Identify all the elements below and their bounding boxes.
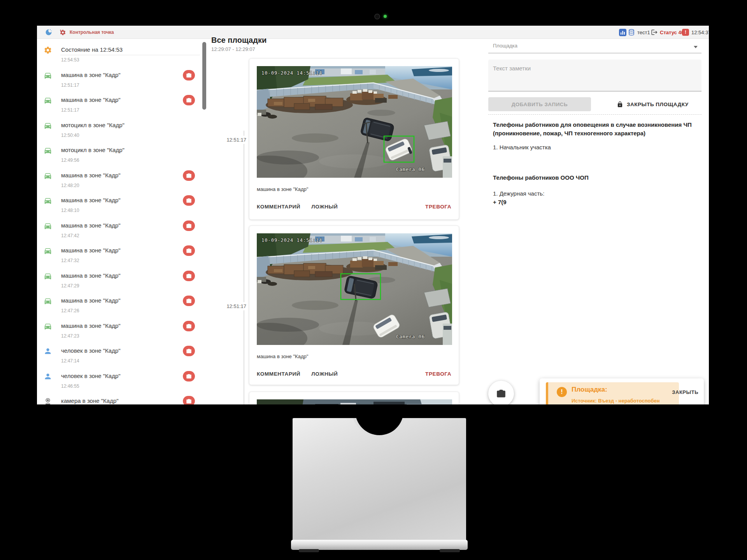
event-item[interactable]: человек в зоне "Кадр" 12:47:14 xyxy=(37,344,202,369)
event-item[interactable]: машина в зоне "Кадр" 12:47:32 xyxy=(37,244,202,269)
event-item[interactable]: человек в зоне "Кадр" 12:46:55 xyxy=(37,369,202,395)
comment-button[interactable]: КОММЕНТАРИЙ xyxy=(257,371,300,377)
site-select-label: Площадка xyxy=(493,43,517,49)
car-icon xyxy=(44,196,52,205)
scrollbar-thumb[interactable] xyxy=(202,42,206,110)
camera-snapshot[interactable] xyxy=(257,399,452,404)
warning-toast: ! Площадка: Источник: Въезд - неработосп… xyxy=(540,378,704,404)
event-title: Состояние на 12:54:53 xyxy=(61,46,123,53)
event-title: машина в зоне "Кадр" xyxy=(61,197,121,203)
lock-icon xyxy=(617,101,623,108)
control-point-label: Контрольная точка xyxy=(70,26,114,39)
database-icon[interactable] xyxy=(628,26,635,39)
warning-icon: ! xyxy=(557,387,567,397)
snapshot-badge[interactable] xyxy=(183,396,195,404)
site-select[interactable]: Площадка xyxy=(488,41,701,53)
emergency-heading: Телефоны работников для оповещения в слу… xyxy=(493,121,701,138)
event-title: камера в зоне "Кадр" xyxy=(61,397,119,404)
snapshot-badge[interactable] xyxy=(183,321,195,331)
timeline-timestamp: 12:51:17 xyxy=(220,136,248,144)
webcam-lens xyxy=(374,14,380,19)
osd-camera-label: Camera 06 xyxy=(396,167,425,172)
person-icon xyxy=(44,372,52,381)
monitor: Контрольная точка тест1 Статус 40% ! 12:… xyxy=(0,0,747,560)
event-time: 12:47:14 xyxy=(61,358,79,364)
snapshot-badge[interactable] xyxy=(183,70,195,80)
chop-heading: Телефоны работников ООО ЧОП xyxy=(493,173,701,182)
stats-icon[interactable] xyxy=(619,26,626,39)
snapshot-badge[interactable] xyxy=(183,346,195,356)
snapshot-badge[interactable] xyxy=(183,371,195,382)
event-item[interactable]: машина в зоне "Кадр" 12:47:23 xyxy=(37,319,202,345)
event-item[interactable]: машина в зоне "Кадр" 12:47:29 xyxy=(37,269,202,294)
alarm-button[interactable]: ТРЕВОГА xyxy=(425,371,451,377)
add-record-button[interactable]: ДОБАВИТЬ ЗАПИСЬ xyxy=(488,97,591,111)
warning-toast-panel: ! Площадка: Источник: Въезд - неработосп… xyxy=(546,382,679,404)
camera-icon xyxy=(496,388,506,399)
app-window: Контрольная точка тест1 Статус 40% ! 12:… xyxy=(37,26,709,404)
false-alarm-button[interactable]: ЛОЖНЫЙ xyxy=(311,204,338,210)
event-caption: машина в зоне "Кадр" xyxy=(257,186,451,192)
event-time: 12:47:42 xyxy=(61,233,79,238)
osd-timestamp: 10-09-2024 14:51:14 xyxy=(261,70,322,76)
event-title: человек в зоне "Кадр" xyxy=(61,373,121,379)
event-item[interactable]: Состояние на 12:54:53 12:54:53 xyxy=(37,43,202,68)
snapshot-badge[interactable] xyxy=(183,170,195,181)
car-icon xyxy=(44,297,52,305)
toast-close-button[interactable]: ЗАКРЫТЬ xyxy=(672,389,698,395)
snapshot-badge[interactable] xyxy=(183,296,195,306)
comment-button[interactable]: КОММЕНТАРИЙ xyxy=(257,204,300,210)
event-caption: машина в зоне "Кадр" xyxy=(257,354,451,359)
timeline-timestamp: 12:51:17 xyxy=(220,302,248,310)
camera-snapshot[interactable]: 10-09-2024 14:51:14 Camera 06 xyxy=(257,233,452,345)
time-range: 12:29:07 - 12:29:07 xyxy=(211,46,267,52)
event-item[interactable]: мотоцикл в зоне "Кадр" 12:49:56 xyxy=(37,144,202,169)
alert-icon[interactable]: ! xyxy=(682,26,689,39)
event-item[interactable]: машина в зоне "Кадр" 12:48:20 xyxy=(37,169,202,194)
event-title: мотоцикл в зоне "Кадр" xyxy=(61,122,124,128)
event-time: 12:47:32 xyxy=(61,258,79,263)
screenshot-fab[interactable] xyxy=(488,381,514,404)
stand-foot xyxy=(299,549,319,552)
event-time: 12:47:29 xyxy=(61,283,79,289)
night-mode-icon[interactable] xyxy=(45,26,53,39)
close-site-button[interactable]: ЗАКРЫТЬ ПЛОЩАДКУ xyxy=(617,97,689,111)
event-time: 12:48:20 xyxy=(61,183,79,188)
event-item[interactable]: машина в зоне "Кадр" 12:51:17 xyxy=(37,93,202,119)
event-item[interactable]: машина в зоне "Кадр" 12:48:10 xyxy=(37,194,202,219)
car-icon xyxy=(44,222,52,230)
event-item[interactable]: мотоцикл в зоне "Кадр" 12:50:40 xyxy=(37,119,202,144)
stand-foot xyxy=(440,549,460,552)
event-list: Состояние на 12:54:53 12:54:53 xyxy=(37,39,202,404)
snapshot-badge[interactable] xyxy=(183,220,195,231)
event-time: 12:49:56 xyxy=(61,158,79,163)
logout-icon[interactable] xyxy=(651,26,658,39)
car-icon xyxy=(44,322,52,331)
camera-snapshot[interactable]: 10-09-2024 14:51:14 Camera 06 xyxy=(257,66,452,178)
snapshot-badge[interactable] xyxy=(183,245,195,256)
event-title: мотоцикл в зоне "Кадр" xyxy=(61,147,124,153)
event-item[interactable]: камера в зоне "Кадр" xyxy=(37,394,202,404)
event-item[interactable]: машина в зоне "Кадр" 12:47:42 xyxy=(37,219,202,244)
note-input[interactable] xyxy=(488,60,701,91)
event-title: машина в зоне "Кадр" xyxy=(61,272,121,279)
event-time: 12:51:17 xyxy=(61,107,79,113)
event-card: 10-09-2024 14:51:14 Camera 06 машина в з… xyxy=(249,226,459,385)
alarm-button[interactable]: ТРЕВОГА xyxy=(425,204,451,210)
car-icon xyxy=(44,172,52,180)
snapshot-badge[interactable] xyxy=(183,95,195,105)
control-point-gear-icon[interactable] xyxy=(60,26,66,39)
event-card: 10-09-2024 14:51:14 Camera 06 машина в з… xyxy=(249,58,459,220)
monitor-stand-base xyxy=(291,540,468,550)
webcam-icon xyxy=(44,397,52,404)
event-time: 12:51:17 xyxy=(61,82,79,88)
close-site-label: ЗАКРЫТЬ ПЛОЩАДКУ xyxy=(627,102,689,107)
snapshot-badge[interactable] xyxy=(183,195,195,206)
event-item[interactable]: машина в зоне "Кадр" 12:51:17 xyxy=(37,68,202,94)
car-icon xyxy=(44,71,52,80)
false-alarm-button[interactable]: ЛОЖНЫЙ xyxy=(311,371,338,377)
event-item[interactable]: машина в зоне "Кадр" 12:47:26 xyxy=(37,294,202,319)
snapshot-badge[interactable] xyxy=(183,271,195,281)
webcam-led-icon xyxy=(384,15,387,18)
event-time: 12:47:26 xyxy=(61,308,79,313)
